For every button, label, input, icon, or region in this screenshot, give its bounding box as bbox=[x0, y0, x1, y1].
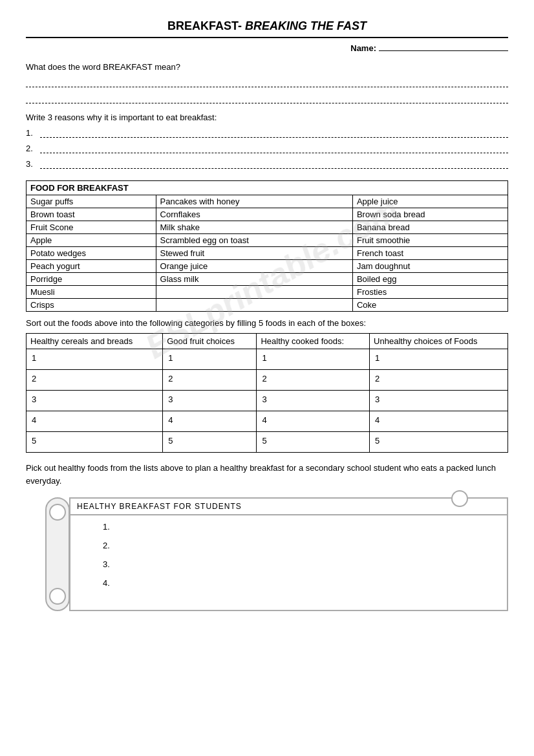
question1-label: What does the word BREAKFAST mean? bbox=[26, 62, 508, 72]
cat-col4-header: Unhealthy choices of Foods bbox=[370, 334, 508, 349]
reason-1: 1. bbox=[26, 126, 508, 138]
cat-row1-col2[interactable]: 2 bbox=[257, 370, 370, 391]
cat-row4-col0[interactable]: 5 bbox=[27, 432, 163, 453]
food-cell-2-8: Coke bbox=[352, 299, 507, 312]
category-table: Healthy cereals and breads Good fruit ch… bbox=[26, 333, 508, 453]
sort-instruction: Sort out the foods above into the follow… bbox=[26, 318, 508, 328]
food-cell-2-3: Fruit smoothie bbox=[352, 234, 507, 247]
healthy-breakfast-section: Pick out healthy foods from the lists ab… bbox=[26, 462, 508, 611]
scroll-bottom-circle-left bbox=[49, 588, 66, 605]
food-cell-2-6: Boiled egg bbox=[352, 273, 507, 286]
scroll-pole-left bbox=[45, 497, 70, 611]
cat-row4-col3[interactable]: 5 bbox=[370, 432, 508, 453]
cat-row2-col2[interactable]: 3 bbox=[257, 391, 370, 411]
cat-row2-col3[interactable]: 3 bbox=[370, 391, 508, 411]
food-cell-0-1: Brown toast bbox=[27, 208, 156, 221]
cat-row4-col2[interactable]: 5 bbox=[257, 432, 370, 453]
food-cell-0-0: Sugar puffs bbox=[27, 195, 156, 208]
reason-line-2[interactable] bbox=[40, 142, 508, 153]
scroll-box-title: HEALTHY BREAKFAST FOR STUDENTS bbox=[77, 502, 242, 511]
cat-row1-col1[interactable]: 2 bbox=[163, 370, 257, 391]
scroll-content: HEALTHY BREAKFAST FOR STUDENTS 1.2.3.4. bbox=[69, 497, 508, 611]
cat-row0-col2[interactable]: 1 bbox=[257, 349, 370, 370]
food-cell-1-6: Glass milk bbox=[156, 273, 352, 286]
cat-row2-col0[interactable]: 3 bbox=[27, 391, 163, 411]
food-cell-1-8 bbox=[156, 299, 352, 312]
answer-line-1[interactable] bbox=[26, 76, 508, 87]
food-cell-1-3: Scrambled egg on toast bbox=[156, 234, 352, 247]
food-cell-2-4: French toast bbox=[352, 247, 507, 260]
reason-2: 2. bbox=[26, 142, 508, 153]
scroll-item-1[interactable]: 2. bbox=[103, 541, 494, 550]
scroll-box-body: 1.2.3.4. bbox=[70, 515, 507, 610]
cat-col1-header: Healthy cereals and breads bbox=[27, 334, 163, 349]
question1-section: What does the word BREAKFAST mean? bbox=[26, 62, 508, 103]
food-cell-1-2: Milk shake bbox=[156, 221, 352, 234]
cat-row3-col2[interactable]: 4 bbox=[257, 411, 370, 432]
name-underline[interactable] bbox=[379, 50, 508, 51]
food-cell-1-5: Orange juice bbox=[156, 260, 352, 273]
name-label: Name: bbox=[350, 43, 376, 53]
cat-row4-col1[interactable]: 5 bbox=[163, 432, 257, 453]
food-cell-0-2: Fruit Scone bbox=[27, 221, 156, 234]
reason-line-3[interactable] bbox=[40, 157, 508, 169]
cat-row0-col0[interactable]: 1 bbox=[27, 349, 163, 370]
food-cell-1-7 bbox=[156, 286, 352, 299]
scroll-top-circle-left bbox=[49, 504, 66, 521]
food-cell-1-4: Stewed fruit bbox=[156, 247, 352, 260]
cat-row3-col3[interactable]: 4 bbox=[370, 411, 508, 432]
cat-row3-col1[interactable]: 4 bbox=[163, 411, 257, 432]
cat-row0-col3[interactable]: 1 bbox=[370, 349, 508, 370]
answer-line-2[interactable] bbox=[26, 92, 508, 103]
food-cell-2-7: Frosties bbox=[352, 286, 507, 299]
reason-num-2: 2. bbox=[26, 144, 40, 153]
reason-3: 3. bbox=[26, 157, 508, 169]
food-table: FOOD FOR BREAKFAST Sugar puffsPancakes w… bbox=[26, 180, 508, 312]
question2-label: Write 3 reasons why it is important to e… bbox=[26, 113, 508, 122]
title-part2: BREAKING THE FAST bbox=[245, 19, 367, 32]
cat-col2-header: Good fruit choices bbox=[163, 334, 257, 349]
name-line: Name: bbox=[26, 43, 508, 53]
scroll-container: HEALTHY BREAKFAST FOR STUDENTS 1.2.3.4. bbox=[45, 497, 508, 611]
cat-row1-col0[interactable]: 2 bbox=[27, 370, 163, 391]
scroll-item-3[interactable]: 4. bbox=[103, 578, 494, 588]
reason-line-1[interactable] bbox=[40, 126, 508, 138]
scroll-box-header: HEALTHY BREAKFAST FOR STUDENTS bbox=[70, 499, 507, 515]
food-cell-2-2: Banana bread bbox=[352, 221, 507, 234]
cat-row0-col1[interactable]: 1 bbox=[163, 349, 257, 370]
food-cell-0-6: Porridge bbox=[27, 273, 156, 286]
food-cell-2-0: Apple juice bbox=[352, 195, 507, 208]
scroll-item-0[interactable]: 1. bbox=[103, 522, 494, 532]
food-cell-0-7: Muesli bbox=[27, 286, 156, 299]
reason-num-1: 1. bbox=[26, 128, 40, 138]
food-cell-2-1: Brown soda bread bbox=[352, 208, 507, 221]
food-cell-0-4: Potato wedges bbox=[27, 247, 156, 260]
scroll-item-2[interactable]: 3. bbox=[103, 559, 494, 569]
title-part1: BREAKFAST- bbox=[167, 19, 245, 32]
food-cell-2-5: Jam doughnut bbox=[352, 260, 507, 273]
food-table-header: FOOD FOR BREAKFAST bbox=[27, 181, 508, 195]
food-cell-0-5: Peach yogurt bbox=[27, 260, 156, 273]
cat-row1-col3[interactable]: 2 bbox=[370, 370, 508, 391]
food-cell-1-0: Pancakes with honey bbox=[156, 195, 352, 208]
cat-row3-col0[interactable]: 4 bbox=[27, 411, 163, 432]
scroll-top-connector bbox=[451, 490, 468, 507]
cat-col3-header: Healthy cooked foods: bbox=[257, 334, 370, 349]
food-cell-0-8: Crisps bbox=[27, 299, 156, 312]
food-cell-1-1: Cornflakes bbox=[156, 208, 352, 221]
question2-section: Write 3 reasons why it is important to e… bbox=[26, 113, 508, 169]
food-cell-0-3: Apple bbox=[27, 234, 156, 247]
healthy-breakfast-instruction: Pick out healthy foods from the lists ab… bbox=[26, 462, 508, 487]
cat-row2-col1[interactable]: 3 bbox=[163, 391, 257, 411]
page-title: BREAKFAST- BREAKING THE FAST bbox=[26, 19, 508, 38]
reason-num-3: 3. bbox=[26, 159, 40, 169]
